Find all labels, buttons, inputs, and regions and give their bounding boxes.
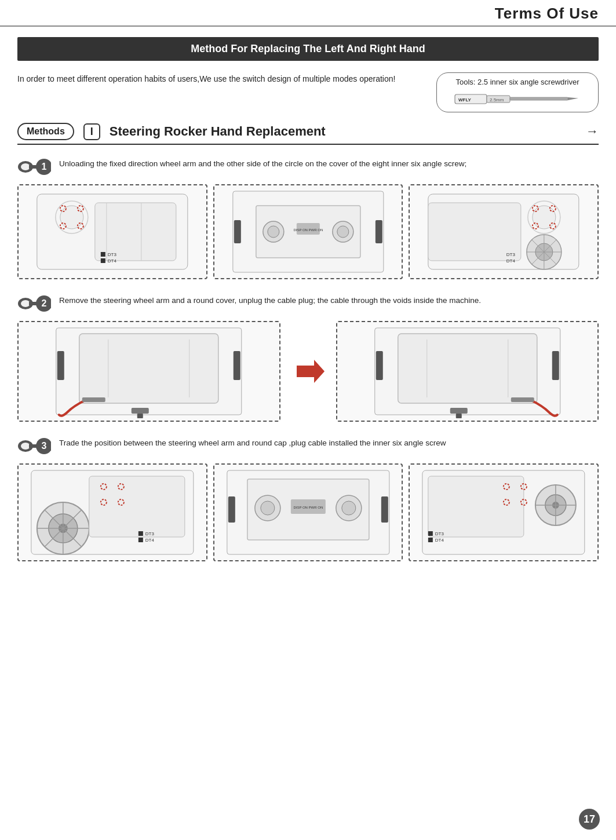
methods-title: Steering Rocker Hand Replacement	[110, 124, 577, 139]
svg-rect-58	[57, 351, 64, 380]
step-2-arrow	[286, 357, 330, 386]
step-3-img-2-svg: DISP ON PWR ON	[214, 465, 402, 560]
svg-point-13	[60, 206, 83, 229]
svg-point-76	[21, 443, 30, 450]
svg-rect-105	[228, 496, 235, 523]
step-3-img-1-svg: DT3 DT4	[19, 465, 206, 560]
svg-point-52	[21, 300, 30, 307]
svg-rect-108	[428, 476, 524, 537]
svg-rect-18	[95, 203, 176, 261]
svg-rect-34	[376, 220, 382, 243]
svg-rect-120	[428, 538, 433, 542]
tool-label: Tools: 2.5 inner six angle screwdriver	[455, 78, 579, 86]
svg-text:DISP ON PWR ON: DISP ON PWR ON	[293, 506, 323, 509]
step-1-img-1-svg: DT3 DT4	[19, 185, 206, 278]
svg-rect-61	[132, 408, 149, 414]
step-2-image-2	[336, 321, 599, 422]
svg-text:1: 1	[42, 162, 47, 171]
step-3-images: DT3 DT4 DISP ON PWR ON	[17, 463, 599, 561]
step-3-icon: 3	[17, 434, 51, 458]
svg-text:DT4: DT4	[506, 258, 516, 264]
arrow-right-icon: →	[586, 124, 599, 139]
step-1-image-1: DT3 DT4	[17, 184, 207, 279]
svg-rect-59	[234, 351, 240, 380]
step-3-img-3-svg: DT3 DT4	[410, 465, 597, 560]
step-3-text: Trade the position between the steering …	[59, 434, 446, 450]
svg-marker-5	[568, 97, 578, 100]
step-2-images	[17, 321, 599, 422]
step-3-section: 3 Trade the position between the steerin…	[17, 434, 599, 561]
svg-text:DT3: DT3	[145, 531, 155, 536]
svg-rect-118	[428, 531, 433, 536]
svg-rect-4	[510, 97, 568, 100]
svg-rect-93	[138, 531, 143, 536]
svg-text:DT3: DT3	[108, 252, 117, 257]
svg-point-102	[342, 501, 356, 515]
step-1-text: Unloading the fixed direction wheel arm …	[59, 155, 466, 170]
svg-rect-62	[137, 414, 143, 418]
step-3-header: 3 Trade the position between the steerin…	[17, 434, 599, 458]
step-2-icon: 2	[17, 292, 51, 315]
step-1-images: DT3 DT4 DISP ON PWR ON	[17, 184, 599, 279]
svg-rect-71	[450, 408, 467, 414]
svg-rect-68	[376, 351, 382, 380]
svg-rect-67	[398, 334, 537, 403]
step-2-section: 2 Remove the steering wheel arm and a ro…	[17, 292, 599, 422]
svg-rect-23	[101, 258, 105, 263]
step-3-image-1: DT3 DT4	[17, 463, 207, 561]
step-2-img-1-svg	[19, 322, 279, 421]
intro-section: In order to meet different operation hab…	[17, 72, 599, 112]
svg-text:DT4: DT4	[435, 538, 444, 543]
svg-rect-70	[511, 397, 534, 402]
svg-text:2.5mm: 2.5mm	[490, 97, 504, 103]
svg-text:DT4: DT4	[108, 258, 117, 264]
svg-point-100	[261, 501, 275, 515]
step-1-icon: 1	[17, 155, 51, 178]
svg-rect-69	[552, 351, 559, 380]
svg-point-30	[337, 226, 349, 238]
methods-numeral: I	[83, 123, 100, 140]
svg-rect-33	[234, 220, 241, 243]
page-number: 17	[579, 809, 600, 830]
step-3-image-2: DISP ON PWR ON	[213, 463, 403, 561]
svg-text:DT3: DT3	[506, 252, 516, 257]
step-3-image-3: DT3 DT4	[409, 463, 599, 561]
step-2-text: Remove the steering wheel arm and a roun…	[59, 292, 481, 307]
step-1-img-2-svg: DISP ON PWR ON	[214, 185, 402, 278]
svg-rect-60	[82, 397, 105, 402]
svg-text:DT4: DT4	[145, 538, 155, 543]
step-2-image-1	[17, 321, 280, 422]
svg-text:WFLY: WFLY	[458, 97, 472, 103]
page-title: Terms Of Use	[495, 5, 599, 23]
step-1-header: 1 Unloading the fixed direction wheel ar…	[17, 155, 599, 178]
tool-box: Tools: 2.5 inner six angle screwdriver W…	[436, 72, 599, 112]
svg-text:2: 2	[42, 298, 47, 308]
svg-rect-57	[79, 334, 218, 403]
step-2-header: 2 Remove the steering wheel arm and a ro…	[17, 292, 599, 315]
svg-text:DISP ON PWR ON: DISP ON PWR ON	[293, 228, 323, 232]
svg-point-7	[21, 163, 30, 170]
step-2-img-2-svg	[337, 322, 598, 421]
step-1-image-3: DT3 DT4	[409, 184, 599, 279]
page-header: Terms Of Use	[0, 0, 616, 27]
methods-row: Methods I Steering Rocker Hand Replaceme…	[17, 123, 599, 145]
svg-point-38	[533, 206, 556, 229]
step-1-image-2: DISP ON PWR ON	[213, 184, 403, 279]
svg-rect-88	[89, 476, 185, 537]
svg-point-28	[268, 226, 279, 238]
step-1-img-3-svg: DT3 DT4	[410, 185, 597, 278]
svg-marker-65	[297, 360, 325, 383]
svg-text:3: 3	[42, 441, 47, 451]
intro-text: In order to meet different operation hab…	[17, 72, 419, 85]
section-header-bar: Method For Replacing The Left And Right …	[17, 37, 599, 61]
svg-rect-21	[101, 252, 105, 257]
svg-rect-95	[138, 538, 143, 542]
screwdriver-icon: WFLY 2.5mm	[454, 90, 581, 107]
methods-badge: Methods	[17, 123, 74, 140]
svg-rect-106	[381, 496, 388, 523]
svg-text:DT3: DT3	[435, 531, 444, 536]
step-1-section: 1 Unloading the fixed direction wheel ar…	[17, 155, 599, 279]
step-2-arrow-svg	[291, 357, 326, 386]
svg-rect-72	[455, 414, 461, 418]
